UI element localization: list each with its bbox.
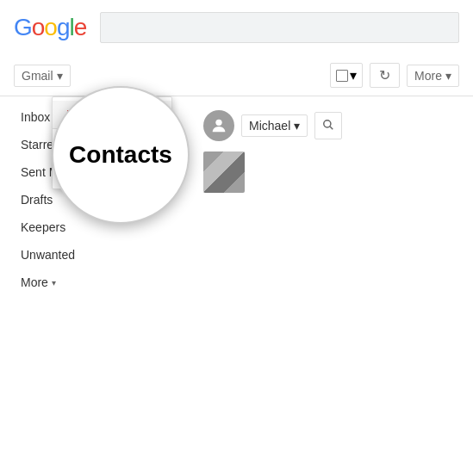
sidebar-item-more[interactable]: More ▾: [0, 269, 190, 296]
svg-line-2: [330, 127, 333, 129]
sidebar-more-caret: ▾: [52, 278, 56, 287]
contacts-popup: Contacts: [52, 86, 190, 224]
google-logo: Google: [14, 14, 86, 41]
user-name-button[interactable]: Michael ▾: [241, 114, 308, 137]
contacts-popup-label: Contacts: [69, 141, 172, 169]
gmail-label: Gmail: [22, 69, 53, 83]
refresh-icon: ↻: [379, 67, 390, 83]
svg-point-1: [324, 120, 331, 127]
sidebar-more-label: More: [21, 275, 48, 289]
user-name: Michael: [249, 119, 290, 133]
contact-search-button[interactable]: [314, 112, 342, 139]
user-section: Michael ▾: [203, 110, 459, 141]
gmail-dropdown[interactable]: Gmail ▾: [14, 65, 71, 87]
svg-point-0: [215, 120, 221, 126]
sidebar-item-unwanted[interactable]: Unwanted: [0, 241, 190, 269]
more-label: More: [414, 69, 442, 83]
search-bar[interactable]: [100, 12, 459, 43]
sidebar-item-label: Unwanted: [21, 248, 75, 262]
checkbox-caret: ▾: [350, 67, 357, 83]
more-item: More ▾: [21, 275, 56, 289]
more-button[interactable]: More ▾: [407, 65, 459, 87]
contact-thumbnail: [203, 151, 245, 193]
user-dropdown-arrow: ▾: [294, 119, 300, 133]
toolbar: Gmail ▾ ▾ ↻ More ▾: [0, 55, 473, 96]
gmail-dropdown-arrow: ▾: [57, 69, 63, 83]
refresh-button[interactable]: ↻: [370, 63, 400, 88]
right-content: Michael ▾: [190, 96, 473, 476]
search-icon: [322, 119, 334, 133]
top-bar: Google: [0, 0, 473, 55]
checkbox-square: [336, 70, 348, 82]
avatar: [203, 110, 234, 141]
sidebar-item-label: Inbox: [21, 110, 50, 124]
sidebar-item-label: Keepers: [21, 220, 65, 234]
select-checkbox-button[interactable]: ▾: [330, 63, 363, 88]
sidebar-item-label: Drafts: [21, 193, 53, 207]
app-container: Google Gmail ▾ ▾ ↻ More ▾ Inbox: [0, 0, 473, 476]
more-caret: ▾: [445, 69, 451, 83]
